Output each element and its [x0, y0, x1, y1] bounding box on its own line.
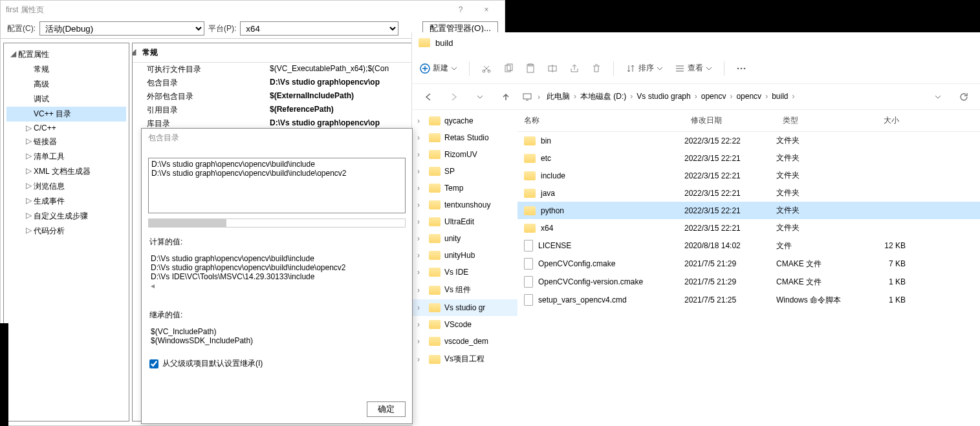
- breadcrumb-item[interactable]: build: [768, 89, 792, 103]
- chevron-right-icon[interactable]: ›: [538, 92, 540, 101]
- tree-item[interactable]: ▷生成事件: [6, 194, 126, 209]
- chevron-right-icon[interactable]: ›: [792, 92, 794, 101]
- expand-icon[interactable]: ▷: [26, 123, 32, 133]
- breadcrumb-item[interactable]: 本地磁盘 (D:): [576, 89, 630, 103]
- expand-icon[interactable]: ▷: [26, 226, 32, 235]
- chevron-right-icon[interactable]: ›: [417, 268, 425, 277]
- breadcrumb-item[interactable]: opencv: [732, 89, 765, 103]
- file-row[interactable]: OpenCVConfig-version.cmake 2021/7/5 21:2…: [517, 273, 980, 291]
- file-row[interactable]: setup_vars_opencv4.cmd 2021/7/5 21:25 Wi…: [517, 291, 980, 309]
- scrollbar-thumb[interactable]: [149, 219, 226, 227]
- tree-item[interactable]: 调试: [6, 92, 126, 107]
- tree-root[interactable]: ◢配置属性: [6, 47, 126, 62]
- tree-folder[interactable]: ›Vs 组件: [412, 281, 517, 299]
- tree-folder[interactable]: ›unityHub: [412, 247, 517, 264]
- config-tree[interactable]: ◢配置属性 常规高级调试VC++ 目录▷C/C++▷链接器▷清单工具▷XML 文…: [3, 43, 129, 421]
- expand-icon[interactable]: ▷: [26, 166, 32, 175]
- expand-icon[interactable]: ▷: [26, 211, 32, 220]
- breadcrumb-item[interactable]: opencv: [697, 89, 730, 103]
- file-row[interactable]: LICENSE 2020/8/18 14:02 文件 12 KB: [517, 237, 980, 255]
- crumbs-dropdown[interactable]: [928, 87, 948, 107]
- tree-item[interactable]: 常规: [6, 62, 126, 77]
- tree-item[interactable]: ▷XML 文档生成器: [6, 164, 126, 179]
- up-button[interactable]: [496, 87, 516, 107]
- new-button[interactable]: 新建: [420, 63, 457, 74]
- tree-folder[interactable]: ›UltraEdit: [412, 213, 517, 230]
- chevron-right-icon[interactable]: ›: [417, 303, 425, 312]
- tree-item[interactable]: ▷代码分析: [6, 224, 126, 239]
- col-type[interactable]: 类型: [776, 110, 854, 131]
- col-name[interactable]: 名称: [517, 110, 684, 131]
- copy-button[interactable]: [503, 63, 514, 74]
- chevron-right-icon[interactable]: ›: [417, 286, 425, 295]
- chevron-right-icon[interactable]: ›: [417, 251, 425, 260]
- tree-folder[interactable]: ›Vs项目工程: [412, 350, 517, 368]
- col-size[interactable]: 大小: [854, 110, 906, 131]
- file-row[interactable]: bin 2022/3/15 22:22 文件夹: [517, 132, 980, 149]
- tree-folder[interactable]: ›vscode_dem: [412, 333, 517, 350]
- file-row[interactable]: java 2022/3/15 22:21 文件夹: [517, 184, 980, 202]
- sort-button[interactable]: 排序: [626, 63, 663, 74]
- view-button[interactable]: 查看: [675, 63, 712, 74]
- share-button[interactable]: [569, 63, 580, 74]
- expand-icon[interactable]: ▷: [26, 181, 32, 190]
- chevron-right-icon[interactable]: ›: [417, 217, 425, 226]
- tree-item[interactable]: ▷C/C++: [6, 122, 126, 134]
- include-paths-list[interactable]: D:\Vs studio graph\opencv\opencv\build\i…: [148, 158, 406, 213]
- chevron-right-icon[interactable]: ›: [417, 133, 425, 142]
- expand-icon[interactable]: ▷: [26, 196, 32, 205]
- tree-folder[interactable]: ›Temp: [412, 180, 517, 197]
- tree-item[interactable]: ▷链接器: [6, 134, 126, 149]
- tree-item[interactable]: ▷浏览信息: [6, 179, 126, 194]
- breadcrumb-item[interactable]: 此电脑: [543, 89, 574, 103]
- collapse-icon[interactable]: ◢: [133, 47, 136, 56]
- chevron-right-icon[interactable]: ›: [417, 234, 425, 243]
- tree-item[interactable]: ▷自定义生成步骤: [6, 209, 126, 224]
- chevron-right-icon[interactable]: ›: [417, 337, 425, 346]
- refresh-button[interactable]: [954, 87, 974, 107]
- col-date[interactable]: 修改日期: [684, 110, 776, 131]
- file-row[interactable]: x64 2022/3/15 22:21 文件夹: [517, 219, 980, 237]
- back-button[interactable]: [419, 87, 438, 107]
- cut-button[interactable]: [481, 63, 492, 74]
- tree-folder[interactable]: ›qycache: [412, 112, 517, 129]
- tree-folder[interactable]: ›Vs studio gr: [412, 299, 517, 316]
- chevron-right-icon[interactable]: ›: [417, 320, 425, 329]
- tree-item[interactable]: VC++ 目录: [6, 107, 126, 122]
- file-row[interactable]: etc 2022/3/15 22:21 文件夹: [517, 149, 980, 167]
- rename-button[interactable]: [547, 63, 558, 74]
- close-button[interactable]: ×: [474, 1, 499, 19]
- tree-folder[interactable]: ›SP: [412, 163, 517, 180]
- chevron-right-icon[interactable]: ›: [417, 184, 425, 193]
- tree-folder[interactable]: ›RizomUV: [412, 146, 517, 163]
- forward-button[interactable]: [444, 87, 464, 107]
- breadcrumb[interactable]: › 此电脑›本地磁盘 (D:)›Vs studio graph›opencv›o…: [522, 91, 922, 102]
- chevron-right-icon[interactable]: ›: [417, 167, 425, 176]
- tree-folder[interactable]: ›tentxunshouy: [412, 197, 517, 213]
- include-hscrollbar[interactable]: [148, 218, 406, 228]
- chevron-right-icon[interactable]: ›: [417, 355, 425, 364]
- file-row[interactable]: OpenCVConfig.cmake 2021/7/5 21:29 CMAKE …: [517, 255, 980, 273]
- explorer-tree[interactable]: ›qycache›Retas Studio›RizomUV›SP›Temp›te…: [412, 110, 517, 426]
- breadcrumb-item[interactable]: Vs studio graph: [633, 89, 694, 103]
- tree-item[interactable]: 高级: [6, 77, 126, 92]
- path-line[interactable]: D:\Vs studio graph\opencv\opencv\build\i…: [151, 160, 402, 169]
- ok-button[interactable]: 确定: [367, 401, 406, 417]
- more-button[interactable]: [736, 63, 746, 74]
- paste-button[interactable]: [525, 63, 536, 74]
- platform-select[interactable]: x64: [240, 21, 398, 36]
- chevron-right-icon[interactable]: ›: [417, 200, 425, 209]
- collapse-icon[interactable]: ◢: [10, 49, 16, 58]
- history-button[interactable]: [470, 87, 490, 107]
- file-row[interactable]: include 2022/3/15 22:21 文件夹: [517, 167, 980, 184]
- inherit-checkbox[interactable]: 从父级或项目默认设置继承(I): [149, 358, 404, 369]
- chevron-right-icon[interactable]: ›: [417, 116, 425, 125]
- path-line[interactable]: D:\Vs studio graph\opencv\opencv\build\i…: [151, 169, 402, 178]
- inherit-checkbox-input[interactable]: [149, 359, 158, 368]
- file-list[interactable]: 名称 修改日期 类型 大小 bin 2022/3/15 22:22 文件夹 et…: [517, 110, 980, 426]
- tree-folder[interactable]: ›Vs IDE: [412, 264, 517, 281]
- config-select[interactable]: 活动(Debug): [39, 21, 204, 36]
- tree-item[interactable]: ▷清单工具: [6, 149, 126, 164]
- expand-icon[interactable]: ▷: [26, 136, 32, 145]
- chevron-right-icon[interactable]: ›: [417, 150, 425, 159]
